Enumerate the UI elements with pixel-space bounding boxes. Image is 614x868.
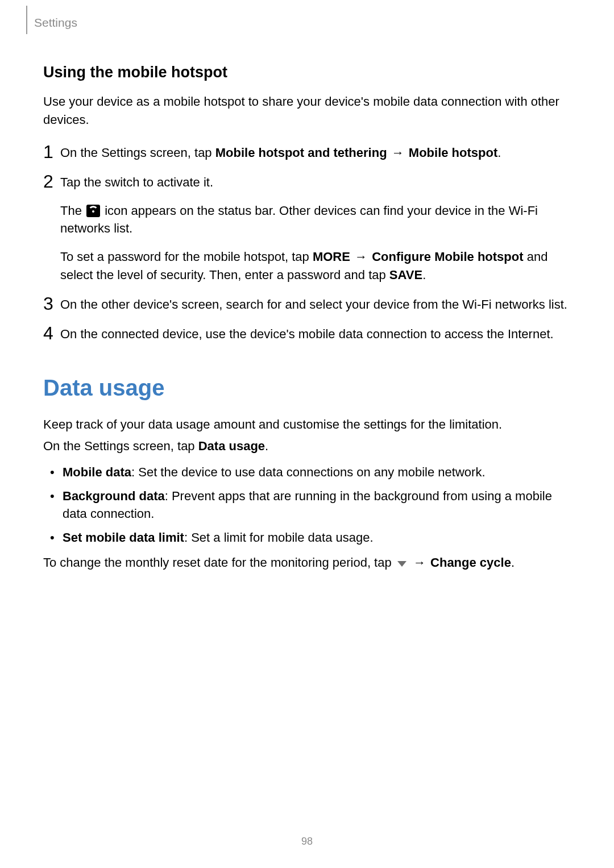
step-body: Tap the switch to activate it. The icon … xyxy=(60,172,571,284)
step-body: On the other device's screen, search for… xyxy=(60,294,571,314)
step-number: 4 xyxy=(43,324,60,342)
arrow-icon: → xyxy=(409,555,430,570)
text: . xyxy=(422,268,426,282)
data-usage-options: Mobile data: Set the device to use data … xyxy=(43,463,571,547)
text: To set a password for the mobile hotspot… xyxy=(60,250,313,264)
bold-text: Set mobile data limit xyxy=(63,530,184,545)
text: : Set a limit for mobile data usage. xyxy=(184,530,374,545)
text: On the Settings screen, tap xyxy=(43,439,198,453)
step-number: 2 xyxy=(43,172,60,190)
bold-text: Background data xyxy=(63,489,165,503)
header-section-label: Settings xyxy=(34,16,77,30)
bold-text: Change cycle xyxy=(430,555,511,570)
text: Tap the switch to activate it. xyxy=(60,173,571,192)
hotspot-intro: Use your device as a mobile hotspot to s… xyxy=(43,93,571,129)
list-item: Set mobile data limit: Set a limit for m… xyxy=(60,529,571,547)
bold-text: Configure Mobile hotspot xyxy=(372,250,523,264)
text: On the Settings screen, tap xyxy=(60,146,215,160)
bold-text: MORE xyxy=(313,250,350,264)
text: : Set the device to use data connections… xyxy=(131,465,486,479)
arrow-icon: → xyxy=(350,250,372,264)
bold-text: Mobile hotspot and tethering xyxy=(215,146,387,160)
text: On the other device's screen, search for… xyxy=(60,296,571,314)
step-4: 4 On the connected device, use the devic… xyxy=(43,324,571,343)
step-number: 3 xyxy=(43,294,60,313)
bold-text: SAVE xyxy=(389,268,422,282)
data-usage-intro: Keep track of your data usage amount and… xyxy=(43,416,571,434)
bold-text: Mobile data xyxy=(63,465,131,479)
step-3: 3 On the other device's screen, search f… xyxy=(43,294,571,314)
text: On the connected device, use the device'… xyxy=(60,325,571,343)
arrow-icon: → xyxy=(387,146,409,160)
bold-text: Data usage xyxy=(198,439,265,453)
svg-marker-0 xyxy=(397,561,406,567)
text: The xyxy=(60,203,85,218)
text: . xyxy=(265,439,268,453)
hotspot-status-icon xyxy=(86,205,100,217)
page-content: Using the mobile hotspot Use your device… xyxy=(43,18,571,572)
change-cycle-text: To change the monthly reset date for the… xyxy=(43,554,571,572)
dropdown-triangle-icon xyxy=(396,560,408,568)
step-number: 1 xyxy=(43,143,60,161)
text: . xyxy=(497,146,501,160)
page-number: 98 xyxy=(0,836,614,848)
data-usage-nav: On the Settings screen, tap Data usage. xyxy=(43,437,571,455)
step-1: 1 On the Settings screen, tap Mobile hot… xyxy=(43,143,571,162)
text: icon appears on the status bar. Other de… xyxy=(60,203,538,236)
bold-text: Mobile hotspot xyxy=(409,146,497,160)
text: To change the monthly reset date for the… xyxy=(43,555,395,570)
subheading-hotspot: Using the mobile hotspot xyxy=(43,64,571,81)
document-page: Settings Using the mobile hotspot Use yo… xyxy=(0,0,614,868)
list-item: Mobile data: Set the device to use data … xyxy=(60,463,571,481)
step-body: On the Settings screen, tap Mobile hotsp… xyxy=(60,143,571,162)
header-divider xyxy=(26,6,27,34)
text: . xyxy=(511,555,515,570)
step-2: 2 Tap the switch to activate it. The ico… xyxy=(43,172,571,284)
heading-data-usage: Data usage xyxy=(43,375,571,401)
list-item: Background data: Prevent apps that are r… xyxy=(60,487,571,524)
step-body: On the connected device, use the device'… xyxy=(60,324,571,343)
